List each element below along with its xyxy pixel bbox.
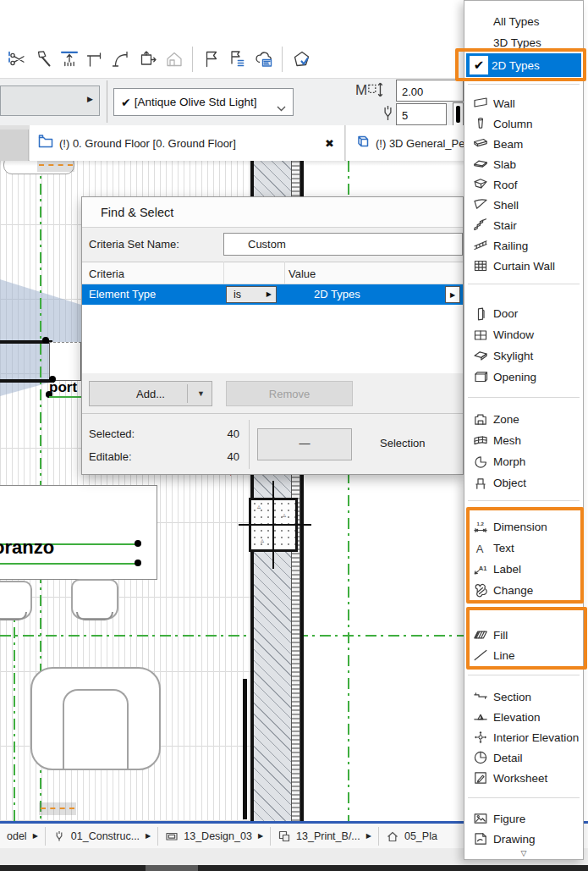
trim-icon[interactable] bbox=[84, 47, 107, 72]
text-style-dropdown[interactable]: ▶ bbox=[0, 85, 100, 116]
menu-item-railing[interactable]: Railing bbox=[464, 235, 583, 256]
criteria-row-selected[interactable]: Element Type is▶ 2D Types ▶ bbox=[82, 284, 463, 305]
menu-item-change[interactable]: Change bbox=[464, 580, 583, 601]
menu-item-interior-elevation[interactable]: Interior Elevation bbox=[464, 727, 583, 747]
tab-3d-view[interactable]: (!) 3D General_Per bbox=[346, 125, 464, 161]
menu-item-label[interactable]: A1Label bbox=[464, 559, 583, 580]
deselect-button[interactable]: — bbox=[257, 428, 352, 460]
drawing-icon bbox=[468, 831, 493, 846]
open-disabled-icon[interactable] bbox=[162, 47, 185, 72]
close-icon[interactable]: ✖ bbox=[325, 137, 334, 150]
arrow-right-icon: ▶ bbox=[87, 95, 93, 103]
text-size-field[interactable] bbox=[396, 80, 464, 102]
pen-number-field[interactable] bbox=[396, 103, 447, 125]
column-value: Value bbox=[289, 267, 316, 280]
window-icon bbox=[468, 328, 493, 343]
favorites-icon[interactable] bbox=[226, 47, 249, 72]
menu-item-mesh[interactable]: Mesh bbox=[464, 430, 583, 451]
menu-item-shell[interactable]: Shell bbox=[464, 195, 583, 215]
arrow-right-icon: ▶ bbox=[146, 832, 151, 840]
menu-item-column[interactable]: Column bbox=[464, 113, 583, 134]
armchair-seat bbox=[63, 689, 129, 770]
menu-item-label: Curtain Wall bbox=[493, 260, 555, 273]
menu-item-drawing[interactable]: Drawing bbox=[464, 829, 583, 849]
floor-plan-icon bbox=[37, 133, 54, 153]
menu-item-section[interactable]: Section bbox=[464, 686, 583, 707]
criteria-set-dropdown[interactable]: Custom bbox=[223, 233, 463, 256]
menu-item-stair[interactable]: Stair bbox=[464, 215, 583, 235]
menu-item-slab[interactable]: Slab bbox=[464, 154, 583, 174]
resize-icon[interactable] bbox=[136, 47, 159, 72]
menu-item-detail[interactable]: Detail bbox=[464, 747, 583, 768]
remove-button[interactable]: Remove bbox=[226, 381, 353, 406]
menu-item-door[interactable]: Door bbox=[464, 303, 583, 324]
tab-stub[interactable] bbox=[0, 130, 29, 161]
quickbar-item-odel[interactable]: odel▶ bbox=[0, 824, 45, 848]
menu-item-label: Column bbox=[493, 118, 533, 130]
font-dropdown[interactable]: ✔ [Antique Olive Std Light] bbox=[113, 88, 294, 116]
selection-label: Selection bbox=[380, 437, 425, 449]
menu-item-beam[interactable]: Beam bbox=[464, 134, 583, 154]
operator-dropdown[interactable]: is▶ bbox=[226, 286, 277, 303]
editable-label: Editable: bbox=[89, 450, 132, 463]
selection-handle[interactable] bbox=[42, 337, 49, 344]
add-button[interactable]: Add...▼ bbox=[89, 381, 212, 406]
criteria-list[interactable] bbox=[82, 305, 463, 373]
menu-item-dimension[interactable]: 1.2Dimension bbox=[464, 516, 583, 537]
menu-item-opening[interactable]: Opening bbox=[464, 367, 583, 388]
menu-item-label: Window bbox=[493, 328, 534, 341]
dialog-title-bar[interactable]: Find & Select bbox=[82, 197, 463, 228]
quickbar-item-13-design-03[interactable]: 13_Design_03▶ bbox=[158, 824, 270, 848]
menu-item-label: Fill bbox=[493, 629, 508, 642]
grid-line-vertical bbox=[348, 472, 349, 821]
menu-item-label: Roof bbox=[493, 179, 518, 191]
selection-handle[interactable] bbox=[135, 560, 141, 566]
criteria-table-header: Criteria Value bbox=[82, 262, 463, 284]
menu-item-elevation[interactable]: Elevation bbox=[464, 707, 583, 727]
menu-item-label: Section bbox=[493, 691, 531, 703]
value-dropdown-button[interactable]: ▶ bbox=[445, 286, 460, 303]
elevate-icon[interactable] bbox=[58, 47, 80, 72]
wall-hatch bbox=[254, 161, 291, 196]
menu-item-window[interactable]: Window bbox=[464, 324, 583, 345]
menu-item-worksheet[interactable]: Worksheet bbox=[464, 768, 583, 788]
quickbar-item-05-pla[interactable]: 05_Pla bbox=[379, 824, 444, 848]
menu-item-skylight[interactable]: Skylight bbox=[464, 345, 583, 367]
cloud-icon[interactable] bbox=[252, 47, 275, 72]
fillet-icon[interactable] bbox=[110, 47, 133, 72]
menu-item-3d-types[interactable]: 3D Types bbox=[464, 32, 583, 53]
menu-item-object[interactable]: Object bbox=[464, 472, 583, 493]
menu-item-line[interactable]: Line bbox=[464, 645, 583, 665]
adjust-icon[interactable] bbox=[31, 47, 54, 72]
pen-color-bar bbox=[456, 106, 460, 123]
quickbar-item-13-print-b-[interactable]: 13_Print_B/...▶ bbox=[271, 824, 378, 848]
quickbar-item-01-construc-[interactable]: 01_Construc...▶ bbox=[46, 824, 157, 848]
stair-icon bbox=[468, 218, 493, 233]
menu-item-fill[interactable]: Fill bbox=[464, 625, 583, 645]
arrow-right-icon: ▶ bbox=[267, 290, 272, 298]
menu-item-all-types[interactable]: All Types bbox=[464, 11, 583, 32]
menu-item-zone[interactable]: Zone bbox=[464, 409, 583, 430]
menu-item-figure[interactable]: Figure bbox=[464, 808, 583, 829]
design-check-icon[interactable] bbox=[289, 47, 312, 72]
flag-icon[interactable] bbox=[200, 47, 223, 72]
chair-outline bbox=[71, 579, 118, 620]
grid-line-vertical bbox=[348, 161, 349, 196]
home-icon bbox=[386, 830, 399, 843]
menu-item-wall[interactable]: Wall bbox=[464, 93, 583, 113]
label-icon: A1 bbox=[468, 562, 493, 577]
column-axis-line bbox=[239, 524, 311, 526]
menu-item-text[interactable]: AText bbox=[464, 537, 583, 559]
menu-item-morph[interactable]: Morph bbox=[464, 451, 583, 472]
scroll-down-icon[interactable]: ▽ bbox=[464, 849, 583, 857]
menu-item-roof[interactable]: Roof bbox=[464, 174, 583, 195]
detail-icon bbox=[468, 750, 493, 765]
split-icon[interactable] bbox=[5, 47, 28, 72]
selection-handle[interactable] bbox=[135, 540, 141, 547]
pen-color-swatch[interactable] bbox=[453, 102, 464, 126]
menu-item-2d-types[interactable]: ✔2D Types bbox=[466, 53, 581, 77]
menu-item-label: Text bbox=[493, 542, 514, 554]
tab-ground-floor[interactable]: (!) 0. Ground Floor [0. Ground Floor] ✖ bbox=[30, 125, 345, 161]
chair-seat bbox=[76, 612, 113, 620]
menu-item-curtain-wall[interactable]: Curtain Wall bbox=[464, 256, 583, 276]
